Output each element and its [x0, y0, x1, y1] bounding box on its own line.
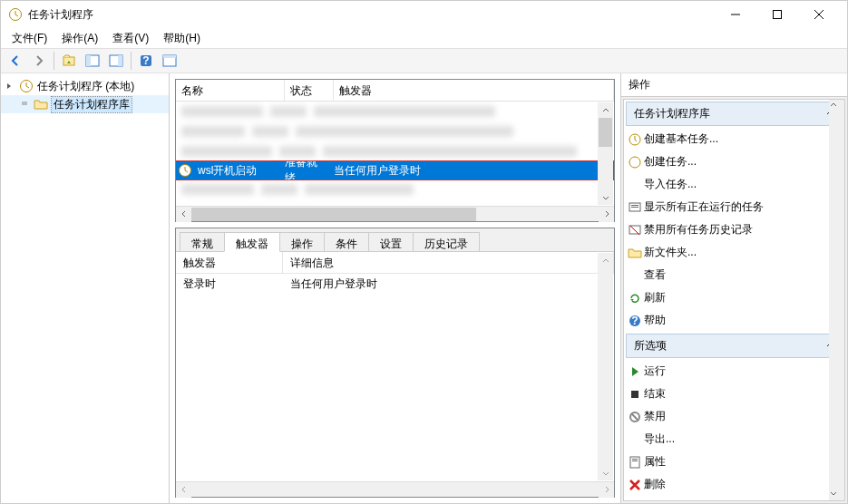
tabs: 常规 触发器 操作 条件 设置 历史记录 — [176, 228, 614, 252]
svg-rect-10 — [163, 55, 176, 58]
tab-actions[interactable]: 操作 — [279, 232, 325, 251]
scroll-thumb[interactable] — [599, 118, 612, 147]
task-list: 名称 状态 触发器 wsl开机启动 准备就绪 当任何用户登录时 — [175, 79, 615, 222]
col-name[interactable]: 名称 — [176, 80, 285, 101]
svg-rect-23 — [630, 457, 639, 468]
action-delete[interactable]: 删除 — [624, 473, 844, 496]
action-disable[interactable]: 禁用 — [624, 405, 844, 428]
tree: 任务计划程序 (本地) 任务计划程序库 — [1, 73, 169, 503]
task-row[interactable] — [176, 102, 614, 121]
show-actions-button[interactable] — [159, 50, 180, 72]
actions-body: 任务计划程序库 创建基本任务... 创建任务... 导入任务... 显示所有正在… — [623, 99, 845, 501]
scroll-down-icon[interactable] — [598, 189, 613, 205]
col-info[interactable]: 详细信息 — [283, 252, 614, 273]
detail-body: 触发器 详细信息 登录时 当任何用户登录时 — [176, 252, 614, 481]
col-state[interactable]: 状态 — [285, 80, 334, 101]
task-row[interactable] — [176, 179, 614, 199]
scroll-left-icon[interactable] — [176, 207, 191, 222]
tree-library[interactable]: 任务计划程序库 — [1, 95, 169, 113]
action-show-running[interactable]: 显示所有正在运行的任务 — [624, 196, 844, 218]
tree-root[interactable]: 任务计划程序 (本地) — [1, 77, 169, 95]
action-label: 导入任务... — [644, 177, 697, 192]
svg-point-14 — [629, 157, 640, 168]
toolbar: ? — [1, 48, 847, 73]
clock-icon — [178, 163, 192, 178]
up-button[interactable] — [58, 50, 80, 72]
minimize-button[interactable] — [715, 1, 756, 28]
horizontal-scrollbar[interactable] — [176, 206, 614, 221]
tab-settings[interactable]: 设置 — [368, 232, 414, 251]
menu-file[interactable]: 文件(F) — [5, 29, 54, 48]
task-row-selected[interactable]: wsl开机启动 准备就绪 当任何用户登录时 — [176, 161, 614, 179]
action-label: 刷新 — [644, 290, 666, 305]
vertical-scrollbar[interactable] — [598, 253, 613, 480]
run-icon — [628, 364, 642, 379]
section-library[interactable]: 任务计划程序库 — [626, 102, 843, 126]
trigger-row[interactable]: 登录时 当任何用户登录时 — [176, 274, 614, 294]
section-label: 任务计划程序库 — [634, 106, 710, 121]
actions-title: 操作 — [621, 73, 847, 97]
properties-button[interactable] — [105, 50, 127, 72]
help-button[interactable]: ? — [135, 50, 157, 72]
action-end[interactable]: 结束 — [624, 383, 844, 405]
titlebar: 任务计划程序 — [1, 1, 847, 28]
action-label: 创建任务... — [644, 154, 697, 170]
menu-help[interactable]: 帮助(H) — [156, 29, 208, 48]
scroll-right-icon[interactable] — [599, 482, 614, 498]
trigger-type: 登录时 — [176, 275, 283, 294]
scroll-up-icon[interactable] — [598, 102, 613, 118]
action-create-basic-task[interactable]: 创建基本任务... — [624, 128, 844, 150]
forward-button[interactable] — [28, 50, 50, 72]
vertical-scrollbar[interactable] — [598, 102, 613, 205]
center-pane: 名称 状态 触发器 wsl开机启动 准备就绪 当任何用户登录时 — [170, 73, 620, 503]
expander-icon[interactable] — [5, 82, 15, 91]
scroll-right-icon[interactable] — [599, 207, 614, 222]
scroll-down-icon[interactable] — [598, 465, 613, 480]
action-create-task[interactable]: 创建任务... — [624, 150, 844, 173]
task-name: wsl开机启动 — [194, 163, 281, 179]
svg-text:?: ? — [631, 315, 638, 327]
tab-conditions[interactable]: 条件 — [324, 232, 369, 251]
task-row[interactable] — [176, 121, 614, 141]
col-trigger[interactable]: 触发器 — [176, 252, 283, 273]
scroll-down-icon[interactable] — [829, 488, 844, 500]
tab-history[interactable]: 历史记录 — [413, 232, 480, 251]
vertical-scrollbar[interactable] — [829, 100, 844, 500]
action-view[interactable]: 查看 — [624, 264, 844, 286]
close-button[interactable] — [798, 1, 840, 28]
action-import-task[interactable]: 导入任务... — [624, 173, 844, 196]
action-export[interactable]: 导出... — [624, 428, 844, 451]
tree-pane: 任务计划程序 (本地) 任务计划程序库 — [1, 73, 170, 503]
action-refresh[interactable]: 刷新 — [624, 286, 844, 309]
scroll-thumb[interactable] — [191, 208, 476, 221]
col-trigger[interactable]: 触发器 — [334, 80, 614, 101]
maximize-button[interactable] — [756, 1, 798, 28]
delete-icon — [628, 478, 642, 492]
menu-action[interactable]: 操作(A) — [54, 29, 105, 48]
tree-library-label: 任务计划程序库 — [52, 97, 132, 112]
scroll-thumb[interactable] — [829, 112, 844, 431]
detail-header: 触发器 详细信息 — [176, 252, 614, 274]
main-area: 任务计划程序 (本地) 任务计划程序库 名称 状态 触发器 wsl — [1, 73, 847, 503]
horizontal-scrollbar[interactable] — [176, 481, 614, 497]
action-run[interactable]: 运行 — [624, 360, 844, 383]
tab-triggers[interactable]: 触发器 — [224, 232, 280, 252]
create-task-icon — [628, 155, 642, 170]
action-properties[interactable]: 属性 — [624, 451, 844, 473]
task-row[interactable] — [176, 141, 614, 161]
action-disable-history[interactable]: 禁用所有任务历史记录 — [624, 218, 844, 241]
tab-general[interactable]: 常规 — [180, 232, 225, 251]
menu-view[interactable]: 查看(V) — [105, 29, 156, 48]
action-new-folder[interactable]: 新文件夹... — [624, 241, 844, 264]
section-label: 所选项 — [634, 338, 667, 354]
scroll-up-icon[interactable] — [598, 253, 613, 268]
action-help[interactable]: ? 帮助 — [624, 309, 844, 332]
show-hide-tree-button[interactable] — [82, 50, 103, 72]
back-button[interactable] — [5, 50, 26, 72]
list-body[interactable]: wsl开机启动 准备就绪 当任何用户登录时 — [176, 102, 614, 206]
action-label: 显示所有正在运行的任务 — [644, 199, 764, 215]
scroll-left-icon[interactable] — [176, 482, 191, 498]
section-selected[interactable]: 所选项 — [626, 334, 843, 358]
scroll-up-icon[interactable] — [829, 100, 844, 112]
expander-icon[interactable] — [19, 100, 30, 109]
